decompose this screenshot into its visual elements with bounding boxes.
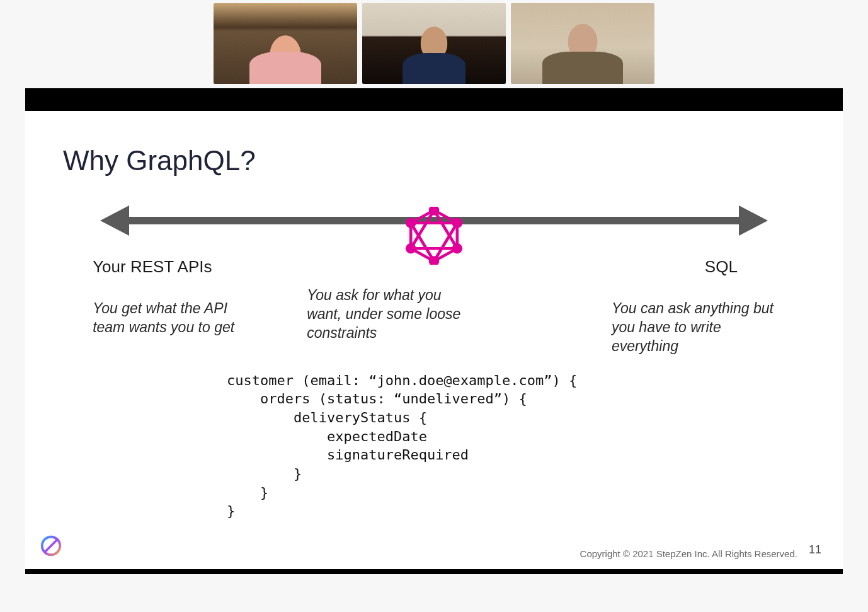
column-rest: Your REST APIs You get what the API team… — [93, 257, 256, 356]
stepzen-logo-icon — [39, 534, 63, 558]
svg-point-4 — [452, 217, 463, 228]
svg-point-7 — [406, 243, 416, 254]
video-thumbnail-participant-2[interactable] — [362, 3, 506, 84]
arrow-right-icon — [739, 205, 768, 236]
column-graphql: You ask for what you want, under some lo… — [307, 286, 471, 356]
svg-marker-2 — [411, 223, 457, 262]
spectrum-arrow — [100, 202, 768, 240]
slide: Why GraphQL? — [25, 111, 843, 569]
column-sql-title: SQL — [612, 257, 775, 277]
svg-point-5 — [452, 243, 463, 254]
column-sql-desc: You can ask anything but you have to wri… — [612, 299, 775, 356]
slide-footer: Copyright © 2021 StepZen Inc. All Rights… — [580, 547, 821, 560]
column-rest-desc: You get what the API team wants you to g… — [93, 299, 256, 337]
svg-line-10 — [45, 540, 57, 552]
presentation-viewport: Why GraphQL? — [25, 88, 843, 574]
page-number: 11 — [809, 543, 821, 557]
video-thumbnail-row — [0, 3, 868, 84]
column-sql: SQL You can ask anything but you have to… — [612, 257, 775, 356]
svg-marker-1 — [411, 211, 457, 249]
copyright-text: Copyright © 2021 StepZen Inc. All Rights… — [580, 548, 797, 559]
comparison-columns: Your REST APIs You get what the API team… — [93, 257, 775, 356]
column-rest-title: Your REST APIs — [93, 257, 256, 277]
graphql-query-code: customer (email: “john.doe@example.com”)… — [227, 371, 805, 521]
svg-point-8 — [406, 217, 416, 228]
slide-title: Why GraphQL? — [63, 145, 805, 176]
video-thumbnail-participant-3[interactable] — [511, 3, 654, 84]
graphql-logo-icon — [405, 207, 463, 265]
column-graphql-desc: You ask for what you want, under some lo… — [307, 286, 471, 343]
video-thumbnail-participant-1[interactable] — [214, 3, 357, 84]
